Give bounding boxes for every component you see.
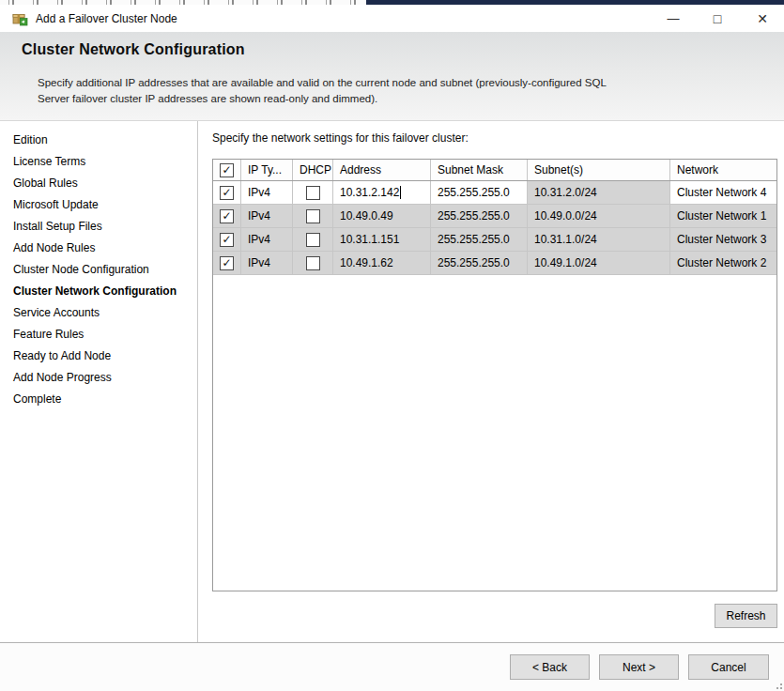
column-header-subnets: Subnet(s) [528,160,670,180]
wizard-header: Cluster Network Configuration Specify ad… [0,32,784,121]
subnet-mask-cell: 255.255.255.0 [431,205,528,227]
network-cell: Cluster Network 3 [670,228,776,251]
column-header-ip-type: IP Ty... [241,160,293,180]
cancel-button[interactable]: Cancel [688,654,769,680]
subnets-cell: 10.49.1.0/24 [528,252,670,274]
address-cell: 10.31.1.151 [333,228,431,251]
page-title: Cluster Network Configuration [22,41,245,58]
table-row: IPv4 10.49.0.49 255.255.255.0 10.49.0.0/… [213,205,776,228]
address-cell: 10.49.1.62 [333,252,431,274]
subnets-cell: 10.31.1.0/24 [528,228,670,251]
page-description-line: Server failover cluster IP addresses are… [38,91,607,107]
column-header-network: Network [670,160,776,180]
close-icon[interactable]: ✕ [749,5,776,32]
row-select-cell [213,228,241,251]
column-header-dhcp: DHCP [293,160,333,180]
sidebar-item-microsoft-update: Microsoft Update [0,193,197,215]
sidebar-item-add-node-progress: Add Node Progress [0,366,197,388]
sidebar-item-edition: Edition [0,129,197,150]
sidebar-item-complete: Complete [0,388,197,409]
table-row: IPv4 10.49.1.62 255.255.255.0 10.49.1.0/… [213,252,776,275]
sidebar-item-install-setup-files: Install Setup Files [0,215,197,237]
network-cell: Cluster Network 2 [670,252,776,274]
network-cell: Cluster Network 1 [670,205,776,227]
text-caret [400,186,401,199]
ip-type-cell: IPv4 [241,181,293,204]
row-select-checkbox[interactable] [220,186,234,200]
ip-type-cell: IPv4 [241,228,293,251]
installer-package-icon [12,10,28,26]
ip-type-cell: IPv4 [241,205,293,227]
wizard-steps-sidebar: Edition License Terms Global Rules Micro… [0,121,198,642]
select-all-header-cell[interactable] [213,160,241,180]
table-row: IPv4 10.31.2.142 255.255.255.0 10.31.2.0… [213,181,776,205]
sidebar-item-global-rules: Global Rules [0,172,197,193]
sidebar-item-ready-to-add-node: Ready to Add Node [0,345,197,366]
sidebar-item-license-terms: License Terms [0,150,197,172]
refresh-button[interactable]: Refresh [715,604,777,628]
row-select-cell [213,205,241,227]
page-description-line: Specify additional IP addresses that are… [38,75,607,91]
dhcp-checkbox [306,256,320,270]
ip-type-cell: IPv4 [241,252,293,274]
row-select-checkbox [220,209,234,223]
subnet-mask-cell[interactable]: 255.255.255.0 [431,181,528,204]
dhcp-checkbox [306,233,320,247]
subnets-cell: 10.31.2.0/24 [528,181,670,204]
row-select-cell [213,252,241,274]
address-cell: 10.49.0.49 [333,205,431,227]
address-cell[interactable]: 10.31.2.142 [333,181,431,204]
address-value: 10.31.2.142 [340,186,399,199]
sidebar-item-cluster-network-configuration: Cluster Network Configuration [0,280,197,301]
back-button[interactable]: < Back [510,654,590,680]
sidebar-item-cluster-node-configuration: Cluster Node Configuration [0,258,197,280]
subnets-cell: 10.49.0.0/24 [528,205,670,227]
resize-grip-icon[interactable] [773,680,782,689]
dhcp-cell [293,252,333,274]
network-settings-table: IP Ty... DHCP Address Subnet Mask Subnet… [212,159,777,591]
network-cell[interactable]: Cluster Network 4 [670,181,776,204]
select-all-checkbox[interactable] [220,163,234,177]
dhcp-checkbox [306,209,320,223]
subnet-mask-cell: 255.255.255.0 [431,252,528,274]
page-description: Specify additional IP addresses that are… [38,75,607,107]
maximize-icon[interactable]: □ [704,5,730,32]
table-header-row: IP Ty... DHCP Address Subnet Mask Subnet… [213,160,776,181]
minimize-icon[interactable]: — [660,5,686,32]
dhcp-cell [293,228,333,251]
dhcp-checkbox[interactable] [306,186,320,200]
column-header-subnet-mask: Subnet Mask [431,160,528,180]
row-select-checkbox [220,233,234,247]
row-select-cell[interactable] [213,181,241,204]
sidebar-item-service-accounts: Service Accounts [0,301,197,323]
row-select-checkbox [220,256,234,270]
next-button[interactable]: Next > [599,654,679,680]
subnet-mask-cell: 255.255.255.0 [431,228,528,251]
dhcp-cell [293,205,333,227]
table-row: IPv4 10.31.1.151 255.255.255.0 10.31.1.0… [213,228,776,252]
sidebar-item-add-node-rules: Add Node Rules [0,237,197,258]
sidebar-item-feature-rules: Feature Rules [0,323,197,345]
column-header-address: Address [333,160,431,180]
window-title: Add a Failover Cluster Node [36,5,177,32]
title-bar[interactable]: Add a Failover Cluster Node — □ ✕ [0,5,784,32]
network-settings-instruction: Specify the network settings for this fa… [212,131,469,145]
dhcp-cell[interactable] [293,181,333,204]
